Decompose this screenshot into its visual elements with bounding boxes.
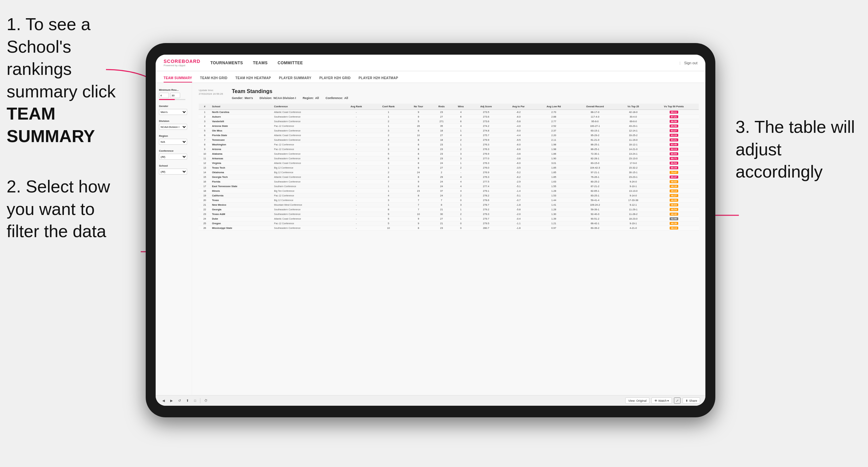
- view-button[interactable]: View: Original: [625, 398, 649, 404]
- conference-select[interactable]: (All): [159, 154, 187, 160]
- cell-avg-rank: -: [341, 217, 372, 221]
- cell-adj-score: 275.7: [470, 133, 502, 138]
- cell-school: Texas: [211, 198, 273, 203]
- cell-vs-top50: 80.94: [649, 152, 699, 156]
- col-vs-top25: Vs Top 25: [618, 104, 649, 110]
- cell-rank: 16: [199, 180, 211, 184]
- cell-avg-low-rd: 1.44: [535, 198, 572, 203]
- cell-conf-rank: 4: [372, 138, 405, 143]
- left-panel: Minimum Rou... Gender Men's: [156, 83, 192, 395]
- cell-avg-rank: -: [341, 156, 372, 161]
- division-select[interactable]: NCAA Division I: [159, 124, 187, 130]
- region-select[interactable]: N/A: [159, 139, 187, 145]
- cell-school: Georgia: [211, 207, 273, 212]
- cell-adj-score: 276.0: [470, 165, 502, 170]
- cell-wins: 4: [452, 175, 470, 180]
- cell-avg-rank: -: [341, 147, 372, 152]
- toolbar-clock[interactable]: ⏱: [203, 398, 209, 403]
- col-avg-low-rd: Avg Low Rd: [535, 104, 572, 110]
- nav-committee[interactable]: COMMITTEE: [278, 59, 303, 67]
- toolbar-reload[interactable]: ↺: [177, 398, 182, 403]
- cell-rank: 21: [199, 203, 211, 207]
- nav-right: | Sign out: [680, 61, 698, 65]
- cell-vs-top25: 17-9-0: [618, 161, 649, 165]
- filter-region: Region N/A: [159, 134, 188, 145]
- cell-school: Arkansas: [211, 156, 273, 161]
- cell-wins: 0: [452, 221, 470, 226]
- tablet-screen: SCOREBOARD Powered by clippd TOURNAMENTS…: [156, 55, 705, 406]
- cell-adj-score: 278.6: [470, 198, 502, 203]
- cell-overall-record: 83-25-1: [572, 193, 618, 198]
- toolbar-bookmark[interactable]: □: [193, 398, 197, 403]
- cell-rank: 26: [199, 226, 211, 230]
- table-row: 4Arizona StatePac-12 Conference-12635427…: [199, 124, 699, 128]
- cell-wins: 1: [452, 128, 470, 133]
- nav-teams[interactable]: TEAMS: [253, 59, 268, 67]
- cell-conference: Mountain West Conference: [273, 203, 341, 207]
- toolbar-forward[interactable]: ▶: [169, 398, 174, 403]
- cell-overall-record: 86-25-1: [572, 147, 618, 152]
- share-button[interactable]: ⬆ Share: [683, 398, 700, 404]
- cell-adj-score: 276.9: [470, 170, 502, 175]
- cell-vs-top25: 13-24-1: [618, 152, 649, 156]
- sign-out-link[interactable]: Sign out: [684, 61, 698, 65]
- school-select[interactable]: (All): [159, 168, 187, 175]
- watch-button[interactable]: 👁 Watch ▾: [651, 398, 672, 404]
- filter-division: Division NCAA Division I: [159, 120, 188, 130]
- cell-conference: Southeastern Conference: [273, 115, 341, 119]
- cell-avg-low-rd: 2.37: [535, 128, 572, 133]
- min-rounds-max-input[interactable]: [170, 93, 180, 98]
- cell-avg-to-par: -6.0: [502, 143, 535, 147]
- cell-wins: 4: [452, 124, 470, 128]
- nav-tournaments[interactable]: TOURNAMENTS: [210, 59, 243, 67]
- cell-avg-low-rd: 1.28: [535, 189, 572, 193]
- cell-vs-top50: 85.58: [649, 124, 699, 128]
- cell-vs-top50: 80.47: [649, 175, 699, 180]
- sub-nav-player-h2h-heatmap[interactable]: PLAYER H2H HEATMAP: [359, 76, 398, 83]
- cell-avg-rank: -: [341, 184, 372, 189]
- cell-conf-rank: 4: [372, 193, 405, 198]
- cell-rnds: 23: [432, 226, 452, 230]
- cell-rnds: 24: [432, 161, 452, 165]
- sub-nav-player-h2h-grid[interactable]: PLAYER H2H GRID: [319, 76, 351, 83]
- cell-conference: Southeastern Conference: [273, 119, 341, 124]
- cell-avg-low-rd: 3.01: [535, 161, 572, 165]
- region-label: Region: [159, 134, 188, 137]
- instruction-2: 2. Select how you want to filter the dat…: [7, 176, 132, 243]
- cell-no-tour: 8: [405, 193, 432, 198]
- cell-rnds: 23: [432, 143, 452, 147]
- cell-vs-top50: 86.58: [649, 119, 699, 124]
- cell-conference: Pac-12 Conference: [273, 124, 341, 128]
- sub-nav-team-h2h-grid[interactable]: TEAM H2H GRID: [200, 76, 227, 83]
- cell-overall-record: 90-51-2: [572, 217, 618, 221]
- cell-rank: 22: [199, 207, 211, 212]
- gender-select[interactable]: Men's: [159, 109, 187, 115]
- sub-nav-team-h2h-heatmap[interactable]: TEAM H2H HEATMAP: [236, 76, 271, 83]
- cell-vs-top25: 18-12-1: [618, 143, 649, 147]
- cell-rnds: 271: [432, 119, 452, 124]
- table-row: 11ArkansasSoutheastern Conference-682332…: [199, 156, 699, 161]
- cell-no-tour: 7: [405, 198, 432, 203]
- cell-vs-top50: 80.71: [649, 156, 699, 161]
- sub-nav-player-summary[interactable]: PLAYER SUMMARY: [279, 76, 311, 83]
- table-row: 18IllinoisBig Ten Conference-123374279.1…: [199, 189, 699, 193]
- cell-avg-rank: -: [341, 170, 372, 175]
- expand-button[interactable]: ⤢: [674, 398, 681, 404]
- cell-vs-top50: 48.95: [649, 198, 699, 203]
- conference-label: Conference: [159, 149, 188, 152]
- cell-no-tour: 9: [405, 221, 432, 226]
- cell-conf-rank: 3: [372, 161, 405, 165]
- cell-overall-record: 80-25-2: [572, 180, 618, 184]
- cell-avg-to-par: -5.2: [502, 170, 535, 175]
- min-rounds-min-input[interactable]: [159, 93, 169, 98]
- cell-rnds: 27: [432, 217, 452, 221]
- standings-table: # School Conference Avg Rank Conf Rank N…: [199, 104, 699, 230]
- cell-wins: 1: [452, 161, 470, 165]
- cell-vs-top25: 14-21-0: [618, 147, 649, 152]
- sub-nav-team-summary[interactable]: TEAM SUMMARY: [164, 76, 192, 83]
- toolbar-back[interactable]: ◀: [161, 398, 166, 403]
- cell-no-tour: 8: [405, 226, 432, 230]
- toolbar-share2[interactable]: ⬆: [185, 398, 190, 403]
- cell-avg-rank: -: [341, 143, 372, 147]
- cell-rank: 20: [199, 198, 211, 203]
